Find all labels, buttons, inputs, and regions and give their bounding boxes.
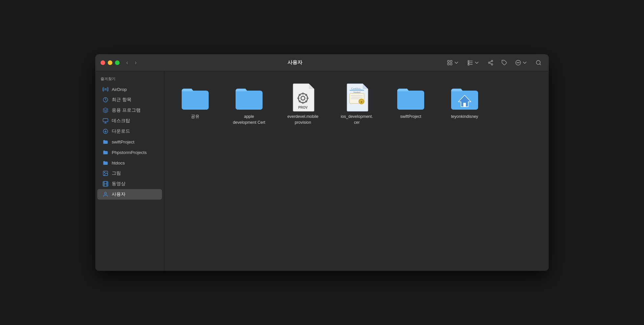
content-area: 즐겨찾기 AirDrop 최근 항목 응용 프로그램 [95,71,549,271]
sidebar-item-label-airdrop: AirDrop [112,87,127,92]
svg-text:★: ★ [360,101,363,103]
more-button[interactable] [513,58,530,67]
svg-point-13 [518,62,518,63]
nav-buttons: ‹ › [124,58,139,67]
file-item-teyonkindisney[interactable]: teyonkindisney [442,81,488,129]
apps-icon [103,107,108,113]
sidebar-item-desktop[interactable]: 데스크탑 [97,116,162,126]
sidebar: 즐겨찾기 AirDrop 최근 항목 응용 프로그램 [95,71,164,271]
file-label-gongyu: 공유 [191,114,199,120]
file-item-everdevel[interactable]: PROV everdevel.mobileprovision [280,81,326,129]
sidebar-item-phpstorm[interactable]: PhpstormProjects [97,147,162,158]
download-icon [103,128,108,134]
sidebar-item-label-htdocs: htdocs [112,161,125,165]
view-toggle-button[interactable] [445,58,461,67]
grid-view-icon [447,60,453,66]
svg-rect-5 [468,62,469,63]
file-label-teyonkindisney: teyonkindisney [451,114,478,120]
folder-icon-swift [103,139,108,145]
svg-rect-4 [468,60,469,62]
close-button[interactable] [101,60,105,65]
svg-rect-6 [468,64,469,65]
window-title: 사용자 [145,59,445,66]
svg-text:Certifica...: Certifica... [351,87,362,90]
sidebar-item-pictures[interactable]: 그림 [97,168,162,179]
sidebar-item-movies[interactable]: 동영상 [97,179,162,189]
sidebar-item-label-pictures: 그림 [112,170,121,176]
folder-icon-htdocs [103,160,108,166]
svg-rect-19 [103,119,108,122]
file-label-ios-dev: ios_development.cer [341,114,373,125]
sidebar-item-apps[interactable]: 응용 프로그램 [97,105,162,116]
home-folder-icon [450,84,479,111]
tag-button[interactable] [499,58,509,67]
sidebar-item-label-swiftproject: swiftProject [112,140,134,144]
svg-point-25 [104,172,105,173]
svg-rect-2 [448,63,449,65]
more-chevron-icon [522,60,528,66]
forward-button[interactable]: › [132,58,139,67]
folder-icon-phpstorm [103,149,108,155]
svg-point-12 [517,62,518,63]
file-label-apple-cert: appledevelopment Cert [233,114,265,125]
clock-icon [103,97,108,103]
svg-rect-3 [450,63,452,65]
sidebar-item-label-apps: 응용 프로그램 [112,107,141,113]
sidebar-item-label-movies: 동영상 [112,181,126,187]
file-item-ios-dev[interactable]: Certifica... Standard ★ [334,81,380,129]
folder-icon-swiftproject [396,84,426,111]
tag-icon [501,60,507,66]
svg-rect-57 [463,103,466,107]
sidebar-item-label-recent: 최근 항목 [112,97,131,103]
finder-window: ‹ › 사용자 [95,54,549,271]
traffic-lights [101,60,120,65]
sidebar-item-swiftproject[interactable]: swiftProject [97,137,162,147]
sidebar-item-airdrop[interactable]: AirDrop [97,84,162,95]
desktop-icon [103,118,108,124]
movies-icon [103,181,108,187]
title-bar: ‹ › 사용자 [95,54,549,71]
svg-rect-0 [448,60,449,62]
svg-line-42 [306,101,307,102]
toolbar-right [445,58,543,67]
file-item-swiftproject-folder[interactable]: swiftProject [388,81,434,129]
svg-text:PROV: PROV [298,106,308,109]
search-button[interactable] [534,58,543,67]
sidebar-section-label: 즐겨찾기 [95,76,164,84]
file-item-apple-cert[interactable]: appledevelopment Cert [226,81,272,129]
sidebar-item-htdocs[interactable]: htdocs [97,158,162,168]
maximize-button[interactable] [115,60,120,65]
share-icon [488,60,494,66]
group-chevron-icon [474,60,480,66]
provision-icon: PROV [288,84,318,111]
share-button[interactable] [486,58,495,67]
svg-line-16 [540,64,540,65]
file-label-everdevel: everdevel.mobileprovision [288,114,319,125]
sidebar-item-label-desktop: 데스크탑 [112,118,130,124]
view-chevron-icon [453,60,459,66]
minimize-button[interactable] [108,60,112,65]
airdrop-icon [103,86,108,92]
svg-line-41 [299,95,300,96]
pictures-icon [103,170,108,176]
svg-point-34 [104,192,106,194]
sidebar-item-downloads[interactable]: 다운로드 [97,126,162,137]
main-content: 공유 appledevelopment Cert [164,71,549,271]
svg-rect-1 [450,60,452,62]
svg-line-44 [299,101,300,102]
sidebar-item-label-downloads: 다운로드 [112,128,130,134]
sidebar-item-user[interactable]: 사용자 [97,189,162,200]
group-icon [467,60,473,66]
back-button[interactable]: ‹ [124,58,131,67]
sidebar-item-label-phpstorm: PhpstormProjects [112,150,147,155]
sidebar-item-label-user: 사용자 [112,191,126,197]
sidebar-item-recent[interactable]: 최근 항목 [97,95,162,105]
svg-point-17 [105,89,106,90]
file-item-gongyu[interactable]: 공유 [172,81,218,129]
svg-point-14 [519,62,519,63]
group-button[interactable] [465,58,482,67]
svg-line-43 [306,95,307,96]
more-icon [515,60,521,66]
search-icon [536,60,541,66]
certificate-icon: Certifica... Standard ★ [342,84,372,111]
